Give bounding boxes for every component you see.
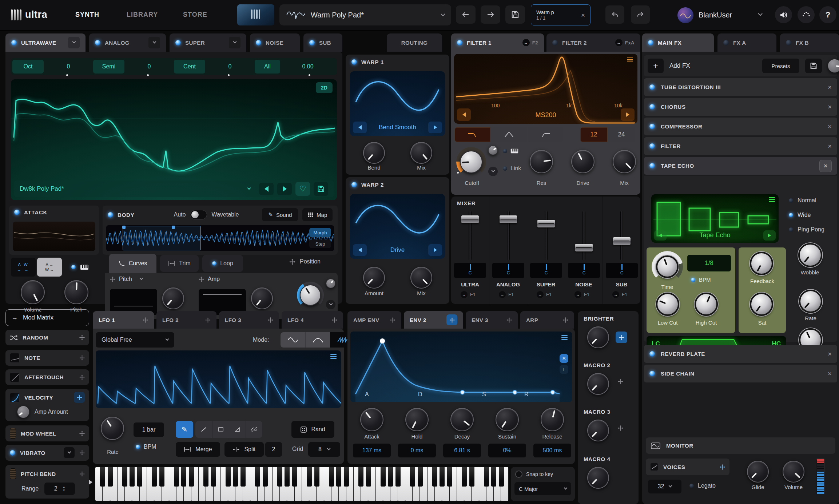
toast-close-icon[interactable]: × bbox=[581, 12, 585, 19]
glide-knob[interactable] bbox=[747, 461, 769, 483]
ultra-pan[interactable]: C bbox=[454, 263, 486, 278]
piano-black-key[interactable] bbox=[240, 467, 246, 487]
piano-black-key[interactable] bbox=[285, 467, 290, 487]
fx-dry-wet-knob[interactable] bbox=[828, 59, 839, 73]
auto-wavetable-toggle[interactable] bbox=[190, 210, 207, 219]
sub-fader[interactable] bbox=[613, 237, 631, 245]
env-sync-button[interactable]: S bbox=[560, 354, 568, 363]
lfo-split-button[interactable]: Split bbox=[224, 442, 264, 457]
tab-filter2[interactable]: FILTER 2 → FxA bbox=[546, 33, 640, 52]
cutoff-knob[interactable] bbox=[456, 147, 486, 177]
tape-echo-led[interactable] bbox=[649, 163, 655, 168]
wavetable-selector-bar[interactable]: Dw8k Poly Pad* ♡ bbox=[14, 180, 334, 197]
filter1-led[interactable] bbox=[457, 40, 462, 45]
tape-time-knob[interactable] bbox=[652, 251, 683, 282]
mod-source-pitch-bend[interactable]: PITCH BEND Range 2 ▲▼ bbox=[5, 465, 89, 499]
mod-source-aftertouch[interactable]: AFTERTOUCH bbox=[5, 369, 89, 385]
cutoff-menu-button[interactable] bbox=[488, 167, 498, 176]
view-2d-badge[interactable]: 2D bbox=[316, 82, 333, 93]
master-volume-knob[interactable] bbox=[783, 461, 804, 483]
speed-knob[interactable] bbox=[297, 282, 324, 309]
warp1-bend-knob[interactable] bbox=[363, 142, 385, 164]
tab-filter1[interactable]: FILTER 1 → F2 bbox=[451, 33, 544, 52]
side-chain-remove-icon[interactable]: × bbox=[828, 370, 832, 377]
ultrawave-menu-button[interactable] bbox=[68, 37, 80, 48]
lfo-tool-link-button[interactable] bbox=[246, 421, 262, 438]
vibrato-led[interactable] bbox=[10, 450, 15, 456]
mod-matrix-button[interactable]: → Mod Matrix bbox=[5, 309, 89, 326]
filter-type-bandpass-button[interactable] bbox=[491, 127, 527, 142]
chorus-remove-icon[interactable]: × bbox=[828, 103, 832, 110]
lfo-tool-line-button[interactable] bbox=[195, 421, 212, 438]
piano-black-key[interactable] bbox=[491, 467, 496, 487]
macro1-move-button[interactable] bbox=[616, 332, 627, 343]
osc-pitch-knob[interactable] bbox=[64, 280, 88, 304]
sub-pan[interactable]: C bbox=[606, 263, 638, 278]
tape-wobble-knob[interactable] bbox=[798, 243, 822, 267]
piano-black-key[interactable] bbox=[388, 467, 393, 487]
help-button[interactable]: ? bbox=[819, 6, 836, 23]
filter-mix-knob[interactable] bbox=[613, 150, 636, 173]
audio-output-button[interactable] bbox=[775, 6, 792, 23]
tape-rate-knob[interactable] bbox=[799, 290, 822, 313]
range-stepper[interactable]: 2 ▲▼ bbox=[44, 483, 75, 495]
slope-24-button[interactable]: 24 bbox=[608, 127, 635, 142]
filter2-routing[interactable]: → FxA bbox=[615, 39, 635, 46]
compressor-led[interactable] bbox=[649, 124, 655, 129]
env-hold-knob[interactable] bbox=[405, 408, 429, 431]
warp1-display[interactable]: Bend Smooth bbox=[350, 71, 445, 136]
env3-move-icon[interactable] bbox=[506, 317, 512, 323]
vibrato-move-icon[interactable] bbox=[79, 450, 85, 456]
tape-feedback-knob[interactable] bbox=[750, 252, 773, 275]
noise-pan[interactable]: C bbox=[568, 263, 600, 278]
mod-source-random[interactable]: RANDOM bbox=[5, 330, 89, 345]
warp2-amount-knob[interactable] bbox=[363, 267, 385, 289]
fx-item-tape-echo[interactable]: TAPE ECHO × bbox=[644, 157, 837, 175]
random-move-icon[interactable] bbox=[79, 335, 85, 340]
mod-source-mod-wheel[interactable]: MOD WHEEL bbox=[5, 425, 89, 441]
tape-echo-remove-button[interactable]: × bbox=[819, 160, 832, 172]
side-chain-led[interactable] bbox=[649, 371, 655, 376]
pitch-bend-move-icon[interactable] bbox=[79, 471, 85, 477]
analog-menu-button[interactable] bbox=[148, 37, 160, 48]
preset-save-button[interactable] bbox=[505, 5, 525, 24]
piano-black-key[interactable] bbox=[410, 467, 415, 487]
macro2-move-icon[interactable] bbox=[618, 379, 623, 386]
lfo-mode-bezier-button[interactable] bbox=[305, 332, 330, 348]
tab-noise[interactable]: NOISE bbox=[250, 33, 300, 52]
lfo-display[interactable] bbox=[96, 350, 341, 408]
super-routing-badge[interactable]: → F1 bbox=[537, 291, 552, 298]
voices-row[interactable]: VOICES bbox=[646, 459, 729, 475]
sub-routing-badge[interactable]: → F1 bbox=[612, 291, 627, 298]
lfo-tool-rect-button[interactable] bbox=[212, 421, 229, 438]
macro1-knob[interactable] bbox=[587, 326, 609, 348]
piano-black-key[interactable] bbox=[499, 467, 504, 487]
macro4-knob[interactable] bbox=[587, 467, 609, 489]
env-sustain-value[interactable]: 0% bbox=[488, 444, 526, 457]
tape-mode-name[interactable]: Tape Echo bbox=[651, 231, 779, 239]
tape-echo-display[interactable]: Tape Echo bbox=[651, 194, 779, 243]
oct-value[interactable]: 0 bbox=[44, 63, 93, 70]
noise-led[interactable] bbox=[256, 40, 261, 45]
lfo1-move-icon[interactable] bbox=[143, 317, 148, 323]
tab-env3[interactable]: ENV 3 bbox=[466, 311, 518, 329]
tape-bpm-toggle[interactable]: BPM bbox=[691, 277, 711, 283]
tape-menu-icon[interactable] bbox=[769, 197, 775, 202]
keyboard-keys[interactable] bbox=[95, 467, 509, 501]
lfo-mode-sine-button[interactable] bbox=[281, 332, 305, 348]
tab-env2[interactable]: ENV 2 bbox=[404, 311, 463, 329]
filter-display[interactable]: 100 1k 10k MS200 bbox=[454, 54, 637, 124]
env-release-knob[interactable] bbox=[541, 408, 564, 431]
fx-save-button[interactable] bbox=[805, 59, 822, 73]
piano-black-key[interactable] bbox=[277, 467, 282, 487]
tab-lfo1[interactable]: LFO 1 bbox=[93, 311, 154, 329]
all-value[interactable]: 0.00 bbox=[280, 63, 335, 70]
env2-move-button[interactable] bbox=[446, 314, 457, 325]
user-menu-chevron-icon[interactable] bbox=[758, 11, 763, 16]
velocity-amp-amount-knob[interactable] bbox=[17, 406, 29, 418]
filter-fx-remove-icon[interactable]: × bbox=[828, 143, 832, 150]
tube-distortion-led[interactable] bbox=[649, 84, 655, 90]
piano-black-key[interactable] bbox=[137, 467, 142, 487]
lfo-split-value[interactable]: 2 bbox=[265, 442, 282, 457]
macro3-move-icon[interactable] bbox=[618, 425, 623, 432]
